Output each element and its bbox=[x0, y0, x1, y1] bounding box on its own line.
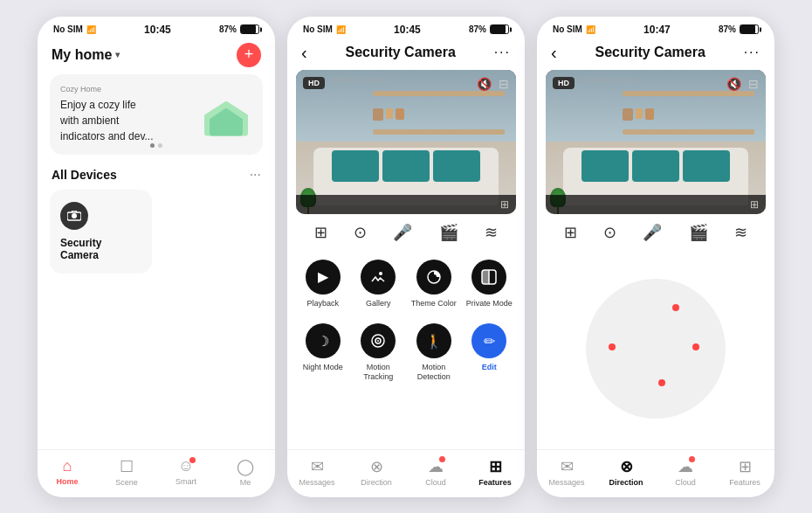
shelf-board-1 bbox=[373, 91, 505, 96]
cam-nav-cloud-2[interactable]: ☁ Cloud bbox=[406, 457, 465, 487]
svg-point-2 bbox=[379, 272, 382, 275]
camera-header-3: ‹ Security Camera ··· bbox=[537, 39, 774, 70]
carrier-1: No SIM bbox=[53, 24, 83, 34]
camera-device-name: Security Camera bbox=[60, 237, 141, 261]
status-right-1: 87% bbox=[219, 24, 259, 34]
cam-nav-messages-2[interactable]: ✉ Messages bbox=[287, 457, 347, 487]
snapshot-toolbar-icon-3[interactable]: ⊙ bbox=[603, 223, 616, 242]
nav-me[interactable]: ◯ Me bbox=[216, 457, 275, 487]
back-button-2[interactable]: ‹ bbox=[301, 43, 307, 63]
cam-nav-direction-3[interactable]: ⊗ Direction bbox=[596, 457, 656, 487]
status-bar-2: No SIM 📶 10:45 87% bbox=[287, 17, 525, 39]
device-grid: Security Camera bbox=[38, 190, 275, 274]
shelf-item-3 bbox=[396, 108, 404, 120]
svg-point-9 bbox=[377, 340, 379, 342]
svg-point-0 bbox=[72, 213, 77, 218]
pip-icon-3[interactable]: ⊞ bbox=[750, 198, 759, 211]
snapshot-toolbar-icon[interactable]: ⊙ bbox=[354, 223, 367, 242]
cam-nav-features-2[interactable]: ⊞ Features bbox=[465, 457, 525, 487]
house-illustration bbox=[200, 93, 252, 136]
cam-nav-direction-2[interactable]: ⊗ Direction bbox=[347, 457, 406, 487]
status-left-1: No SIM 📶 bbox=[53, 24, 96, 34]
expand-toolbar-icon-3[interactable]: ⊞ bbox=[564, 223, 577, 242]
fullscreen-icon-3[interactable]: ⊟ bbox=[748, 77, 759, 91]
motion-tracking-feature[interactable]: Motion Tracking bbox=[352, 316, 406, 389]
all-devices-title: All Devices bbox=[52, 168, 117, 182]
mic-toolbar-icon[interactable]: 🎤 bbox=[393, 223, 412, 242]
shelf-board-3b bbox=[623, 129, 754, 135]
header-more-3[interactable]: ··· bbox=[744, 45, 760, 60]
camera-top-controls-2: 🔇 ⊟ bbox=[477, 77, 509, 91]
home-title-text: My home bbox=[52, 47, 112, 63]
mute-icon-2[interactable]: 🔇 bbox=[477, 77, 492, 91]
expand-toolbar-icon[interactable]: ⊞ bbox=[314, 223, 327, 242]
icon-toolbar-2: ⊞ ⊙ 🎤 🎬 ≋ bbox=[287, 214, 525, 249]
wifi-icon-1: 📶 bbox=[86, 25, 96, 34]
theme-color-icon bbox=[416, 260, 451, 295]
cam-nav-cloud-3[interactable]: ☁ Cloud bbox=[656, 457, 715, 487]
private-svg bbox=[480, 268, 498, 286]
camera-icon-circle bbox=[60, 202, 88, 230]
mic-toolbar-icon-3[interactable]: 🎤 bbox=[643, 223, 662, 242]
messages-icon-2: ✉ bbox=[311, 457, 324, 476]
motion-detection-icon: 🚶 bbox=[416, 323, 451, 358]
more-toolbar-icon-3[interactable]: ≋ bbox=[734, 223, 747, 242]
timestamp-2: 2022-06-07 10:46:11 bbox=[331, 77, 388, 83]
playback-feature[interactable]: ▶ Playback bbox=[296, 253, 350, 315]
more-toolbar-icon[interactable]: ≋ bbox=[485, 223, 498, 242]
wifi-icon-3: 📶 bbox=[586, 25, 595, 34]
home-nav-icon: ⌂ bbox=[63, 457, 72, 475]
camera-title-2: Security Camera bbox=[346, 45, 456, 60]
cloud-badge-dot-2 bbox=[439, 456, 445, 462]
camera-feed-3: HD 2022-06-07 10:46:11 🔇 ⊟ ⊞ bbox=[546, 70, 766, 214]
cam-nav-features-3[interactable]: ⊞ Features bbox=[715, 457, 774, 487]
add-home-button[interactable]: + bbox=[237, 43, 261, 67]
status-left-3: No SIM 📶 bbox=[553, 24, 595, 34]
shelf-board-2 bbox=[373, 129, 505, 135]
phone-camera-features: No SIM 📶 10:45 87% ‹ Security Camera ··· bbox=[287, 17, 525, 497]
nav-scene[interactable]: ☐ Scene bbox=[97, 457, 156, 487]
direction-label-2: Direction bbox=[361, 478, 392, 487]
pip-icon-2[interactable]: ⊞ bbox=[500, 198, 509, 211]
features-grid-2: ▶ Playback Gallery bbox=[287, 249, 525, 396]
private-mode-feature[interactable]: Private Mode bbox=[463, 253, 517, 315]
edit-feature[interactable]: ✏ Edit bbox=[463, 316, 517, 389]
video-toolbar-icon[interactable]: 🎬 bbox=[439, 223, 458, 242]
night-mode-feature[interactable]: ☽ Night Mode bbox=[296, 316, 350, 389]
battery-pct-2: 87% bbox=[469, 24, 486, 34]
header-more-2[interactable]: ··· bbox=[494, 45, 511, 60]
cam-bottom-nav-3: ✉ Messages ⊗ Direction ☁ Cloud ⊞ Feature… bbox=[537, 449, 774, 497]
joy-dot-right bbox=[692, 343, 699, 350]
theme-color-feature[interactable]: Theme Color bbox=[407, 253, 461, 315]
cloud-label-2: Cloud bbox=[425, 478, 446, 487]
phone-home: No SIM 📶 10:45 87% My home ▾ + Cozy Home… bbox=[38, 17, 275, 497]
motion-detection-feature[interactable]: 🚶 Motion Detection bbox=[407, 316, 461, 389]
cam-bottom-nav-2: ✉ Messages ⊗ Direction ☁ Cloud ⊞ Feature… bbox=[287, 449, 525, 497]
fullscreen-icon-2[interactable]: ⊟ bbox=[499, 77, 509, 91]
wifi-icon-2: 📶 bbox=[336, 25, 346, 34]
back-button-3[interactable]: ‹ bbox=[551, 43, 557, 63]
me-nav-icon: ◯ bbox=[237, 457, 254, 476]
video-toolbar-icon-3[interactable]: 🎬 bbox=[689, 223, 708, 242]
device-card-camera[interactable]: Security Camera bbox=[50, 190, 152, 274]
private-mode-icon bbox=[471, 260, 506, 295]
shelf-item-2 bbox=[386, 108, 393, 119]
nav-home[interactable]: ⌂ Home bbox=[38, 457, 97, 486]
joystick-circle[interactable] bbox=[586, 279, 726, 419]
icon-toolbar-3: ⊞ ⊙ 🎤 🎬 ≋ bbox=[537, 214, 774, 249]
all-devices-more[interactable]: ··· bbox=[250, 167, 261, 183]
cam-nav-messages-3[interactable]: ✉ Messages bbox=[537, 457, 596, 487]
nav-smart[interactable]: ☺ Smart bbox=[156, 457, 216, 486]
battery-icon-3 bbox=[740, 24, 759, 34]
mute-icon-3[interactable]: 🔇 bbox=[726, 77, 741, 91]
night-mode-icon: ☽ bbox=[306, 323, 341, 358]
gallery-feature[interactable]: Gallery bbox=[352, 253, 406, 315]
camera-header-2: ‹ Security Camera ··· bbox=[287, 39, 525, 70]
status-right-2: 87% bbox=[469, 24, 509, 34]
cloud-badge-dot-3 bbox=[689, 456, 695, 462]
room-shelf-2 bbox=[373, 91, 505, 156]
direction-icon-3: ⊗ bbox=[620, 457, 633, 476]
cloud-label-3: Cloud bbox=[675, 478, 696, 487]
theme-color-label: Theme Color bbox=[411, 299, 457, 308]
carrier-3: No SIM bbox=[553, 24, 582, 34]
